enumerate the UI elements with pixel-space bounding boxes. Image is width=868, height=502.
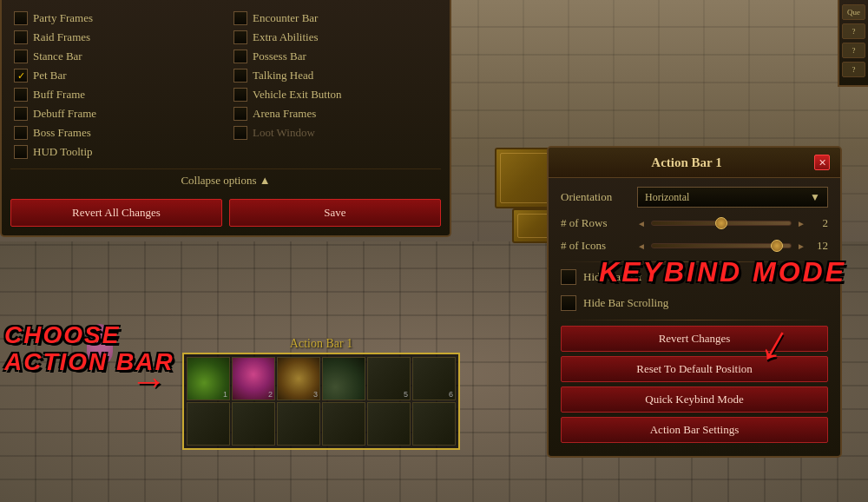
reset-position-btn[interactable]: Reset To Default Position [561, 356, 828, 382]
quest-title: Que [842, 4, 865, 20]
checkbox-grid: Party Frames Raid Frames Stance Bar ✓ Pe… [10, 9, 441, 162]
checkbox-stance-bar[interactable]: Stance Bar [10, 47, 221, 66]
checkbox-vehicle-exit-box[interactable] [233, 88, 247, 102]
save-btn[interactable]: Save [229, 199, 441, 227]
hide-bar-scrolling-checkbox[interactable] [561, 295, 576, 311]
rows-slider-track[interactable] [651, 221, 792, 226]
close-button[interactable]: ✕ [814, 155, 830, 170]
checkbox-talking-head-label: Talking Head [253, 69, 313, 83]
action-bar-settings-btn[interactable]: Action Bar Settings [561, 417, 828, 443]
checkbox-arena-frames-box[interactable] [233, 107, 247, 121]
checkbox-raid-frames-box[interactable] [14, 30, 28, 44]
checkbox-possess-bar-box[interactable] [233, 50, 247, 63]
checkbox-loot-window-box[interactable] [233, 126, 247, 140]
icons-slider-container: ◄ ► 12 [637, 239, 828, 253]
checkbox-hud-tooltip-box[interactable] [14, 145, 28, 159]
keybind-mode-overlay: KEYBIND MODE [599, 256, 846, 288]
action-slot-12[interactable] [412, 402, 456, 446]
rows-slider-container: ◄ ► 2 [637, 216, 828, 230]
checkbox-buff-frame[interactable]: Buff Frame [10, 85, 221, 104]
checkbox-extra-abilities-box[interactable] [233, 30, 247, 44]
checkbox-loot-window[interactable]: Loot Window [230, 123, 441, 142]
rows-label: # of Rows [561, 216, 630, 230]
checkbox-loot-window-label: Loot Window [253, 126, 315, 140]
action-slot-5[interactable]: 5 [367, 357, 411, 400]
checkbox-raid-frames[interactable]: Raid Frames [10, 28, 221, 47]
action-slot-2[interactable]: 2 [232, 357, 275, 400]
slot-number-6: 6 [449, 390, 453, 399]
orientation-dropdown[interactable]: Horizontal ▼ [637, 187, 828, 208]
rows-value: 2 [811, 216, 828, 230]
rows-slider-right-arrow[interactable]: ► [797, 219, 806, 228]
hide-bar-art-checkbox[interactable] [561, 269, 576, 285]
orientation-label: Orientation [561, 190, 630, 204]
rows-slider-thumb[interactable] [715, 217, 727, 229]
action-slot-9[interactable] [277, 402, 320, 446]
action-slot-4[interactable] [322, 357, 365, 400]
dropdown-arrow-icon: ▼ [810, 191, 820, 204]
slot-number-3: 3 [313, 390, 318, 399]
checkbox-encounter-bar-label: Encounter Bar [253, 11, 318, 25]
quick-keybind-btn[interactable]: Quick Keybind Mode [561, 386, 828, 413]
action-slot-3[interactable]: 3 [277, 357, 320, 400]
checkbox-vehicle-exit[interactable]: Vehicle Exit Button [230, 85, 441, 104]
slot-number-2: 2 [268, 390, 273, 399]
checkbox-arena-frames[interactable]: Arena Frames [230, 104, 441, 123]
icons-slider-thumb[interactable] [771, 240, 783, 252]
checkbox-boss-frames-box[interactable] [14, 126, 28, 140]
revert-all-btn[interactable]: Revert All Changes [10, 199, 222, 227]
checkbox-hud-tooltip[interactable]: HUD Tooltip [10, 142, 221, 162]
collapse-options[interactable]: Collapse options ▲ [10, 168, 441, 192]
slot-number-5: 5 [404, 390, 408, 399]
panel-title: Action Bar 1 [559, 155, 814, 170]
checkbox-talking-head[interactable]: Talking Head [230, 66, 441, 85]
hide-bar-scrolling-label: Hide Bar Scrolling [583, 296, 668, 310]
action-slot-7[interactable] [187, 402, 230, 446]
checkbox-extra-abilities[interactable]: Extra Abilities [230, 28, 441, 47]
rows-row: # of Rows ◄ ► 2 [561, 216, 828, 230]
checkbox-party-frames[interactable]: Party Frames [10, 9, 221, 28]
checkbox-boss-frames-label: Boss Frames [33, 126, 91, 140]
action-slot-8[interactable] [232, 402, 275, 446]
icons-slider-right-arrow[interactable]: ► [797, 241, 806, 251]
orientation-value: Horizontal [645, 191, 689, 204]
checkbox-vehicle-exit-label: Vehicle Exit Button [253, 88, 342, 102]
checkbox-debuff-frame-label: Debuff Frame [33, 107, 96, 121]
action-slot-1[interactable]: 1 [187, 357, 230, 400]
checkbox-pet-bar-box[interactable]: ✓ [14, 69, 28, 83]
quest-item-1: ? [842, 23, 865, 39]
icons-label: # of Icons [561, 239, 630, 253]
checkbox-debuff-frame[interactable]: Debuff Frame [10, 104, 221, 123]
settings-panel: Party Frames Raid Frames Stance Bar ✓ Pe… [0, 0, 451, 237]
checkbox-encounter-bar[interactable]: Encounter Bar [230, 9, 441, 28]
checkbox-buff-frame-box[interactable] [14, 88, 28, 102]
action-slot-6[interactable]: 6 [412, 357, 456, 400]
checkbox-stance-bar-box[interactable] [14, 50, 28, 63]
checkbox-possess-bar[interactable]: Possess Bar [230, 47, 441, 66]
checkbox-talking-head-box[interactable] [233, 69, 247, 83]
button-row: Revert All Changes Save [10, 199, 441, 227]
slot-number-1: 1 [223, 390, 227, 399]
action-bar-label: Action Bar 1 [290, 337, 352, 351]
quest-panel: Que ? ? ? [838, 0, 868, 87]
quest-item-2: ? [842, 43, 865, 58]
quest-item-3: ? [842, 62, 865, 77]
action-slot-10[interactable] [322, 402, 365, 446]
rows-slider-left-arrow[interactable]: ◄ [637, 219, 646, 228]
checkbox-party-frames-box[interactable] [14, 11, 28, 25]
action-slot-11[interactable] [367, 402, 411, 446]
panel-header: Action Bar 1 ✕ [549, 148, 840, 178]
action-bar-panel: Action Bar 1 ✕ Orientation Horizontal ▼ … [547, 146, 842, 458]
icons-slider-track[interactable] [651, 243, 792, 248]
panel-content: Orientation Horizontal ▼ # of Rows ◄ ► 2… [549, 178, 840, 456]
checkbox-hud-tooltip-label: HUD Tooltip [33, 145, 93, 159]
checkbox-debuff-frame-box[interactable] [14, 107, 28, 121]
icons-slider-left-arrow[interactable]: ◄ [637, 241, 646, 251]
checkbox-buff-frame-label: Buff Frame [33, 88, 85, 102]
checkbox-pet-bar[interactable]: ✓ Pet Bar [10, 66, 221, 85]
checkbox-possess-bar-label: Possess Bar [253, 50, 306, 63]
checkbox-stance-bar-label: Stance Bar [33, 50, 82, 63]
checkbox-pet-bar-label: Pet Bar [33, 69, 67, 83]
checkbox-encounter-bar-box[interactable] [233, 11, 247, 25]
checkbox-boss-frames[interactable]: Boss Frames [10, 123, 221, 142]
